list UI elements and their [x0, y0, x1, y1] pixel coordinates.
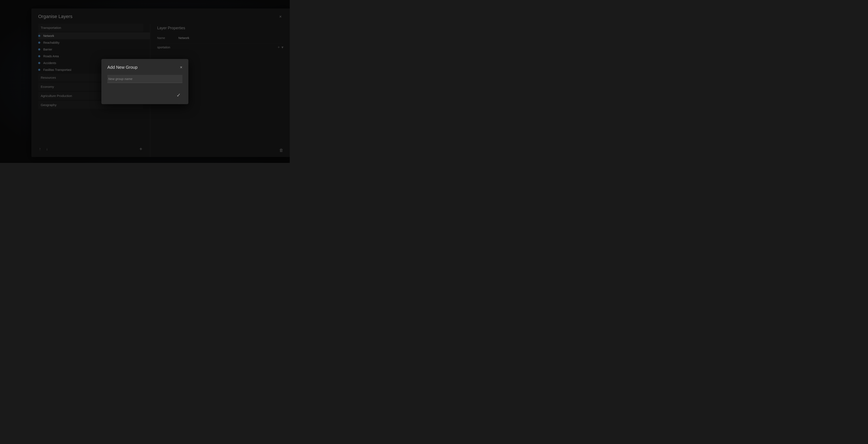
- dialog-header: Add New Group ×: [107, 65, 182, 70]
- dialog-footer: ✓: [107, 91, 182, 99]
- dialog-close-button[interactable]: ×: [180, 65, 182, 69]
- add-group-dialog: Add New Group × ✓: [101, 59, 188, 104]
- group-name-input[interactable]: [107, 75, 182, 83]
- dialog-overlay: Add New Group × ✓: [0, 0, 290, 163]
- confirm-button[interactable]: ✓: [175, 91, 182, 99]
- dialog-title: Add New Group: [107, 65, 137, 70]
